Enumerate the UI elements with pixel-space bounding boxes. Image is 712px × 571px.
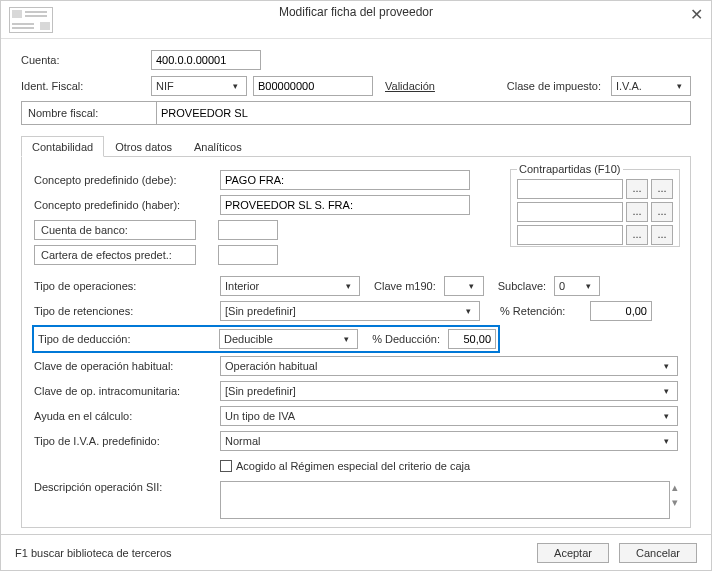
clave-ic-combo[interactable]: [Sin predefinir] [220, 381, 678, 401]
pct-ret-input[interactable] [590, 301, 652, 321]
chevron-down-icon [659, 436, 673, 446]
desc-sii-textarea[interactable] [220, 481, 670, 519]
cuenta-banco-label: Cuenta de banco: [34, 220, 196, 240]
lookup-button[interactable]: ... [626, 202, 648, 222]
accept-button[interactable]: Aceptar [537, 543, 609, 563]
chevron-down-icon [465, 281, 479, 291]
scroll-up-icon: ▴ [672, 481, 678, 494]
tipo-ded-combo[interactable]: Deducible [219, 329, 358, 349]
subclave-label: Subclave: [498, 280, 546, 292]
tab-analiticos[interactable]: Analíticos [183, 136, 253, 157]
scroll-down-icon: ▾ [672, 496, 678, 509]
desc-sii-label: Descripción operación SII: [34, 481, 220, 493]
contrapartidas-group: Contrapartidas (F10) ...... ...... .....… [510, 163, 680, 247]
tipo-oper-combo[interactable]: Interior [220, 276, 360, 296]
tab-contabilidad[interactable]: Contabilidad [21, 136, 104, 157]
chevron-down-icon [672, 81, 686, 91]
nombre-label: Nombre fiscal: [28, 107, 146, 119]
cuenta-banco-input[interactable] [218, 220, 278, 240]
clave-ic-label: Clave de op. intracomunitaria: [34, 385, 220, 397]
window-icon [9, 7, 53, 33]
lookup-button[interactable]: ... [626, 225, 648, 245]
acogido-checkbox[interactable] [220, 460, 232, 472]
ident-label: Ident. Fiscal: [21, 80, 151, 92]
ident-type-combo[interactable]: NIF [151, 76, 247, 96]
contrapartida-field[interactable] [517, 179, 623, 199]
concepto-debe-input[interactable] [220, 170, 470, 190]
lookup-button[interactable]: ... [651, 202, 673, 222]
lookup-button[interactable]: ... [626, 179, 648, 199]
chevron-down-icon [341, 281, 355, 291]
cancel-button[interactable]: Cancelar [619, 543, 697, 563]
tipo-oper-label: Tipo de operaciones: [34, 280, 220, 292]
cartera-input[interactable] [218, 245, 278, 265]
acogido-label: Acogido al Régimen especial del criterio… [236, 460, 470, 472]
chevron-down-icon [228, 81, 242, 91]
ayuda-combo[interactable]: Un tipo de IVA [220, 406, 678, 426]
ayuda-label: Ayuda en el cálculo: [34, 410, 220, 422]
chevron-down-icon [461, 306, 475, 316]
footer-hint: F1 buscar biblioteca de terceros [15, 547, 172, 559]
clave-op-label: Clave de operación habitual: [34, 360, 220, 372]
validacion-link[interactable]: Validación [385, 80, 435, 92]
tipo-iva-label: Tipo de I.V.A. predefinido: [34, 435, 220, 447]
close-icon[interactable]: ✕ [690, 7, 703, 23]
chevron-down-icon [659, 361, 673, 371]
window-title: Modificar ficha del proveedor [1, 1, 711, 19]
nombre-input[interactable] [156, 102, 684, 124]
pct-ded-input[interactable] [448, 329, 496, 349]
tipo-ded-label: Tipo de deducción: [36, 333, 219, 345]
pct-ded-label: % Deducción: [372, 333, 440, 345]
tipo-iva-combo[interactable]: Normal [220, 431, 678, 451]
chevron-down-icon [339, 334, 353, 344]
concepto-haber-label: Concepto predefinido (haber): [34, 199, 220, 211]
ident-value-input[interactable] [253, 76, 373, 96]
chevron-down-icon [659, 411, 673, 421]
concepto-debe-label: Concepto predefinido (debe): [34, 174, 220, 186]
contrapartida-field[interactable] [517, 202, 623, 222]
contrapartidas-label: Contrapartidas (F10) [517, 163, 623, 175]
clave-op-combo[interactable]: Operación habitual [220, 356, 678, 376]
clave190-combo[interactable] [444, 276, 484, 296]
clase-label: Clase de impuesto: [507, 80, 601, 92]
tab-otros-datos[interactable]: Otros datos [104, 136, 183, 157]
cuenta-label: Cuenta: [21, 54, 151, 66]
tipo-ret-combo[interactable]: [Sin predefinir] [220, 301, 480, 321]
pct-ret-label: % Retención: [500, 305, 590, 317]
cuenta-input[interactable] [151, 50, 261, 70]
subclave-combo[interactable]: 0 [554, 276, 600, 296]
cartera-label: Cartera de efectos predet.: [34, 245, 196, 265]
clase-combo[interactable]: I.V.A. [611, 76, 691, 96]
tipo-ret-label: Tipo de retenciones: [34, 305, 220, 317]
contrapartida-field[interactable] [517, 225, 623, 245]
lookup-button[interactable]: ... [651, 225, 673, 245]
chevron-down-icon [659, 386, 673, 396]
concepto-haber-input[interactable] [220, 195, 470, 215]
clave190-label: Clave m190: [374, 280, 436, 292]
chevron-down-icon [581, 281, 595, 291]
lookup-button[interactable]: ... [651, 179, 673, 199]
